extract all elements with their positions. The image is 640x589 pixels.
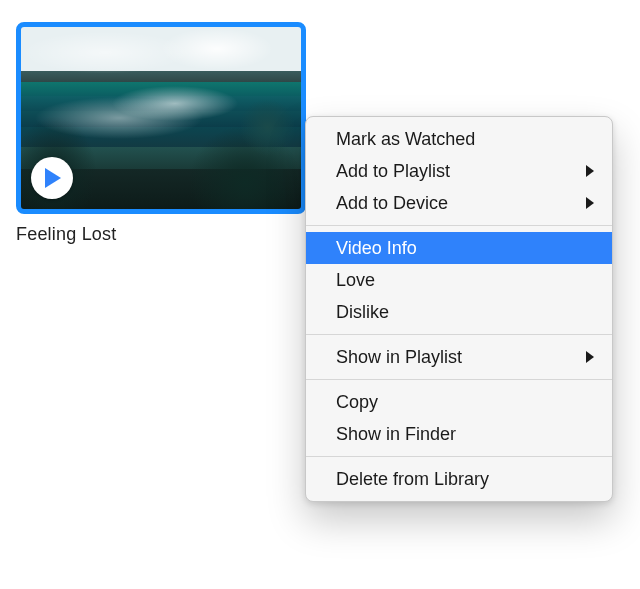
- menu-item-mark-as-watched[interactable]: Mark as Watched: [306, 123, 612, 155]
- video-title: Feeling Lost: [16, 224, 306, 245]
- menu-item-label: Video Info: [336, 236, 417, 260]
- menu-separator: [306, 334, 612, 335]
- menu-item-show-in-playlist[interactable]: Show in Playlist: [306, 341, 612, 373]
- menu-item-label: Add to Playlist: [336, 159, 450, 183]
- menu-item-delete-from-library[interactable]: Delete from Library: [306, 463, 612, 495]
- menu-separator: [306, 456, 612, 457]
- play-button[interactable]: [31, 157, 73, 199]
- chevron-right-icon: [586, 351, 594, 363]
- menu-item-label: Show in Playlist: [336, 345, 462, 369]
- menu-item-dislike[interactable]: Dislike: [306, 296, 612, 328]
- menu-separator: [306, 379, 612, 380]
- menu-item-label: Dislike: [336, 300, 389, 324]
- menu-item-label: Copy: [336, 390, 378, 414]
- chevron-right-icon: [586, 197, 594, 209]
- svg-marker-0: [45, 168, 61, 188]
- menu-item-add-to-playlist[interactable]: Add to Playlist: [306, 155, 612, 187]
- chevron-right-icon: [586, 165, 594, 177]
- video-thumbnail-container: Feeling Lost: [16, 22, 306, 245]
- menu-item-label: Mark as Watched: [336, 127, 475, 151]
- context-menu: Mark as Watched Add to Playlist Add to D…: [305, 116, 613, 502]
- menu-item-add-to-device[interactable]: Add to Device: [306, 187, 612, 219]
- menu-item-copy[interactable]: Copy: [306, 386, 612, 418]
- video-thumbnail[interactable]: [16, 22, 306, 214]
- play-icon: [43, 168, 61, 188]
- menu-item-show-in-finder[interactable]: Show in Finder: [306, 418, 612, 450]
- menu-item-label: Add to Device: [336, 191, 448, 215]
- menu-item-video-info[interactable]: Video Info: [306, 232, 612, 264]
- menu-separator: [306, 225, 612, 226]
- menu-item-label: Delete from Library: [336, 467, 489, 491]
- menu-item-label: Show in Finder: [336, 422, 456, 446]
- menu-item-love[interactable]: Love: [306, 264, 612, 296]
- menu-item-label: Love: [336, 268, 375, 292]
